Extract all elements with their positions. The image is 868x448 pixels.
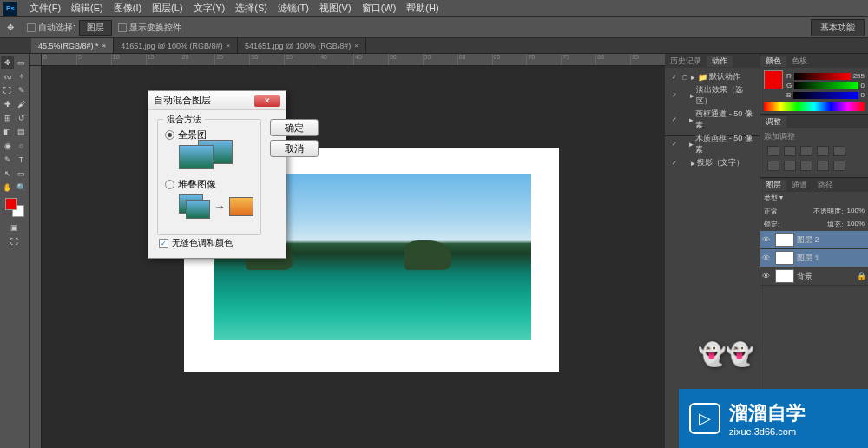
marquee-tool[interactable]: ▭ bbox=[15, 56, 28, 69]
path-tool[interactable]: ↖ bbox=[1, 167, 14, 180]
stack-radio[interactable]: 堆叠图像 bbox=[165, 178, 253, 191]
eraser-tool[interactable]: ◧ bbox=[1, 125, 14, 138]
close-icon[interactable]: × bbox=[226, 42, 230, 49]
heal-tool[interactable]: ✚ bbox=[1, 97, 14, 110]
adjust-icon[interactable] bbox=[817, 161, 829, 171]
play-icon: ▷ bbox=[689, 403, 720, 434]
adjust-icon[interactable] bbox=[767, 161, 779, 171]
color-tab[interactable]: 颜色 bbox=[760, 56, 786, 67]
b-slider[interactable] bbox=[793, 92, 858, 99]
adjust-icon[interactable] bbox=[800, 161, 812, 171]
brush-tool[interactable]: 🖌 bbox=[15, 97, 28, 110]
close-icon[interactable]: × bbox=[354, 42, 358, 49]
doc-tab-3[interactable]: 541651.jpg @ 100% (RGB/8#)× bbox=[238, 38, 366, 53]
adjustments-label: 添加调整 bbox=[764, 131, 865, 142]
swatches-tab[interactable]: 色板 bbox=[786, 56, 812, 67]
shape-tool[interactable]: ▭ bbox=[15, 167, 28, 180]
r-slider[interactable] bbox=[794, 73, 851, 80]
pen-tool[interactable]: ✎ bbox=[1, 153, 14, 166]
r-label: R bbox=[786, 72, 792, 80]
action-item[interactable]: ✓▸画框通道 - 50 像素 bbox=[668, 108, 756, 132]
adjust-icon[interactable] bbox=[833, 146, 845, 156]
show-controls-label: 显示变换控件 bbox=[129, 22, 181, 34]
color-swatch[interactable] bbox=[764, 70, 783, 89]
actions-tab[interactable]: 动作 bbox=[707, 56, 733, 67]
adjust-icon[interactable] bbox=[833, 161, 845, 171]
adjust-icon[interactable] bbox=[817, 146, 829, 156]
visibility-icon[interactable]: 👁 bbox=[762, 235, 773, 244]
layer-row[interactable]: 👁图层 2 bbox=[760, 231, 868, 249]
menu-select[interactable]: 选择(S) bbox=[230, 2, 273, 15]
menu-file[interactable]: 文件(F) bbox=[24, 2, 66, 15]
g-slider[interactable] bbox=[794, 82, 858, 89]
action-folder[interactable]: ✓▢▸ 📁默认动作 bbox=[668, 70, 756, 83]
radio-icon bbox=[165, 180, 174, 189]
menu-image[interactable]: 图像(I) bbox=[108, 2, 147, 15]
color-swatches[interactable] bbox=[5, 198, 24, 217]
lock-icon: 🔒 bbox=[857, 272, 866, 280]
dialog-close-button[interactable]: ✕ bbox=[254, 95, 280, 107]
visibility-icon[interactable]: 👁 bbox=[762, 272, 773, 280]
doc-tab-1[interactable]: 45.5%(RGB/8#) *× bbox=[31, 38, 114, 53]
lasso-tool[interactable]: ᔓ bbox=[1, 69, 14, 82]
adjustments-panel: 调整 添加调整 bbox=[760, 115, 868, 178]
adjust-icon[interactable] bbox=[800, 146, 812, 156]
layer-name: 图层 1 bbox=[797, 253, 819, 264]
adjust-icon[interactable] bbox=[784, 146, 796, 156]
ok-button[interactable]: 确定 bbox=[270, 119, 319, 136]
adjustments-tab[interactable]: 调整 bbox=[760, 116, 786, 128]
visibility-icon[interactable]: 👁 bbox=[762, 254, 773, 262]
adjust-icon[interactable] bbox=[767, 146, 779, 156]
stamp-tool[interactable]: ⊞ bbox=[1, 111, 14, 124]
menu-filter[interactable]: 滤镜(T) bbox=[273, 2, 314, 15]
menu-help[interactable]: 帮助(H) bbox=[401, 2, 444, 15]
eyedropper-tool[interactable]: ✎ bbox=[15, 83, 28, 96]
menu-edit[interactable]: 编辑(E) bbox=[66, 2, 108, 15]
zoom-tool[interactable]: 🔍 bbox=[15, 181, 28, 194]
checkbox-icon[interactable]: ✓ bbox=[159, 239, 168, 248]
layer-row[interactable]: 👁背景🔒 bbox=[760, 267, 868, 286]
adjust-icon[interactable] bbox=[784, 161, 796, 171]
hue-strip[interactable] bbox=[764, 102, 865, 111]
radio-icon bbox=[165, 130, 174, 140]
dodge-tool[interactable]: ○ bbox=[15, 139, 28, 152]
workspace-switcher[interactable]: 基本功能 bbox=[811, 19, 865, 36]
move-tool-icon: ✥ bbox=[3, 21, 17, 35]
group-legend: 混合方法 bbox=[163, 114, 205, 126]
autoselect-dropdown[interactable]: 图层 bbox=[79, 20, 112, 36]
layer-thumb bbox=[775, 233, 794, 247]
close-icon[interactable]: × bbox=[102, 42, 107, 49]
wand-tool[interactable]: ✧ bbox=[15, 69, 28, 82]
blend-mode[interactable]: 正常 bbox=[764, 207, 778, 216]
dialog-titlebar[interactable]: 自动混合图层 ✕ bbox=[148, 91, 286, 110]
hand-tool[interactable]: ✋ bbox=[1, 181, 14, 194]
stack-preview: → bbox=[179, 194, 253, 219]
layers-tab[interactable]: 图层 bbox=[760, 180, 786, 191]
menu-type[interactable]: 文字(Y) bbox=[188, 2, 231, 15]
show-controls-checkbox[interactable] bbox=[118, 23, 127, 32]
screenmode-tool[interactable]: ⛶ bbox=[8, 234, 21, 247]
blur-tool[interactable]: ◉ bbox=[1, 139, 14, 152]
crop-tool[interactable]: ⛶ bbox=[1, 83, 14, 96]
history-brush-tool[interactable]: ↺ bbox=[15, 111, 28, 124]
menu-view[interactable]: 视图(V) bbox=[314, 2, 357, 15]
channels-tab[interactable]: 通道 bbox=[786, 180, 812, 191]
seamless-checkbox-row[interactable]: ✓ 无缝色调和颜色 bbox=[157, 237, 261, 249]
menu-window[interactable]: 窗口(W) bbox=[357, 2, 402, 15]
cancel-button[interactable]: 取消 bbox=[270, 140, 319, 157]
quickmask-tool[interactable]: ▣ bbox=[8, 221, 21, 234]
type-tool[interactable]: T bbox=[15, 153, 28, 166]
fg-color-swatch[interactable] bbox=[5, 198, 17, 210]
history-tab[interactable]: 历史记录 bbox=[665, 56, 707, 67]
autoselect-checkbox[interactable] bbox=[27, 23, 36, 32]
menu-layer[interactable]: 图层(L) bbox=[147, 2, 187, 15]
doc-tab-2[interactable]: 41651.jpg @ 100% (RGB/8#)× bbox=[114, 38, 238, 53]
canvas-area[interactable]: 0510152025303540455055606570758085 bbox=[30, 54, 665, 448]
gradient-tool[interactable]: ▤ bbox=[15, 125, 28, 138]
action-item[interactable]: ✓▸淡出效果（选区） bbox=[668, 83, 756, 108]
move-tool[interactable]: ✥ bbox=[1, 56, 14, 69]
layer-name: 图层 2 bbox=[797, 234, 819, 246]
ruler-horizontal: 0510152025303540455055606570758085 bbox=[42, 54, 665, 66]
layer-row[interactable]: 👁图层 1 bbox=[760, 249, 868, 267]
paths-tab[interactable]: 路径 bbox=[812, 180, 838, 191]
